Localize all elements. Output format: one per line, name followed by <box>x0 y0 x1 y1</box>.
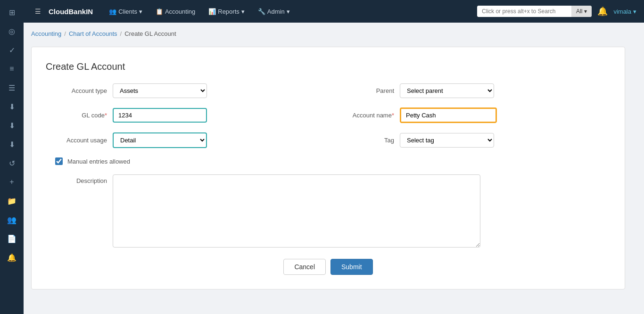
description-label: Description <box>46 174 107 184</box>
gl-code-group: GL code* <box>46 108 323 123</box>
user-menu[interactable]: vimala ▾ <box>613 8 636 15</box>
manual-entries-row: Manual entries allowed <box>46 157 611 165</box>
download-icon[interactable]: ⬇ <box>3 98 20 115</box>
nav-reports[interactable]: 📊 Reports ▾ <box>204 5 249 18</box>
submit-button[interactable]: Submit <box>330 259 373 275</box>
breadcrumb-sep-1: / <box>64 30 66 37</box>
nav-clients[interactable]: 👥 Clients ▾ <box>104 5 147 18</box>
nav-accounting[interactable]: 📋 Accounting <box>151 5 200 18</box>
tag-select[interactable]: Select tag <box>400 133 494 148</box>
account-usage-group: Account usage Detail Header <box>46 132 323 148</box>
account-name-group: Account name* <box>333 107 611 123</box>
account-name-required-star: * <box>392 112 394 119</box>
description-textarea[interactable] <box>113 174 480 248</box>
manual-entries-label: Manual entries allowed <box>67 158 130 165</box>
icon-sidebar: ⊞ ◎ ✓ ≡ ☰ ⬇ ⬇ ⬇ ↺ + 📁 👥 📄 🔔 <box>0 0 24 314</box>
button-row: Cancel Submit <box>46 259 611 275</box>
folder-icon[interactable]: 📁 <box>3 192 20 209</box>
plus-icon[interactable]: + <box>3 174 20 190</box>
reports-dropdown-icon: ▾ <box>241 8 245 15</box>
account-type-select[interactable]: Assets Liabilities Equity Income Expense <box>113 83 207 98</box>
search-box[interactable]: All ▾ <box>477 6 592 17</box>
refresh-icon[interactable]: ↺ <box>3 155 20 172</box>
parent-select[interactable]: Select parent <box>400 83 494 98</box>
navbar: ☰ CloudBankIN 👥 Clients ▾ 📋 Accounting 📊… <box>24 0 644 23</box>
list-icon[interactable]: ≡ <box>3 60 20 77</box>
account-usage-select[interactable]: Detail Header <box>113 132 207 148</box>
breadcrumb-sep-2: / <box>120 30 122 37</box>
lines-icon[interactable]: ☰ <box>3 79 20 96</box>
user-dropdown-icon: ▾ <box>633 8 636 15</box>
main-area: ☰ CloudBankIN 👥 Clients ▾ 📋 Accounting 📊… <box>24 0 644 314</box>
search-input[interactable] <box>477 6 571 17</box>
breadcrumb: Accounting / Chart of Accounts / Create … <box>31 30 636 37</box>
navbar-right: All ▾ 🔔 vimala ▾ <box>477 6 636 17</box>
account-type-group: Account type Assets Liabilities Equity I… <box>46 83 323 98</box>
form-row-1: Account type Assets Liabilities Equity I… <box>46 83 611 98</box>
breadcrumb-accounting[interactable]: Accounting <box>31 30 61 37</box>
clients-nav-icon: 👥 <box>109 8 116 15</box>
search-filter[interactable]: All ▾ <box>571 6 592 17</box>
gl-code-input[interactable] <box>113 108 207 123</box>
download3-icon[interactable]: ⬇ <box>3 136 20 153</box>
content-area: Accounting / Chart of Accounts / Create … <box>24 23 644 314</box>
account-name-label: Account name* <box>333 112 394 119</box>
bell-sidebar-icon[interactable]: 🔔 <box>3 249 20 266</box>
hamburger-icon[interactable]: ☰ <box>31 4 45 19</box>
notification-bell-icon[interactable]: 🔔 <box>597 6 608 17</box>
search-filter-chevron: ▾ <box>584 8 587 15</box>
accounting-nav-icon: 📋 <box>156 8 163 15</box>
admin-dropdown-icon: ▾ <box>287 8 290 15</box>
account-type-label: Account type <box>46 87 107 94</box>
cancel-button[interactable]: Cancel <box>283 259 326 275</box>
clients-dropdown-icon: ▾ <box>139 8 142 15</box>
download2-icon[interactable]: ⬇ <box>3 117 20 134</box>
manual-entries-checkbox[interactable] <box>55 157 63 165</box>
brand-logo: CloudBankIN <box>49 8 93 16</box>
account-name-input[interactable] <box>401 109 495 122</box>
form-row-2: GL code* Account name* <box>46 107 611 123</box>
gl-code-required-star: * <box>105 112 107 119</box>
admin-nav-icon: 🔧 <box>258 8 265 15</box>
tag-group: Tag Select tag <box>333 133 611 148</box>
form-card: Create GL Account Account type Assets Li… <box>31 47 625 289</box>
file-icon[interactable]: 📄 <box>3 230 20 247</box>
breadcrumb-chart-of-accounts[interactable]: Chart of Accounts <box>69 30 117 37</box>
gl-code-label: GL code* <box>46 112 107 119</box>
description-row: Description <box>46 174 611 248</box>
breadcrumb-current: Create GL Account <box>124 30 176 37</box>
page-title: Create GL Account <box>46 61 611 72</box>
grid-icon[interactable]: ⊞ <box>3 4 20 21</box>
target-icon[interactable]: ◎ <box>3 23 20 40</box>
check-icon[interactable]: ✓ <box>3 41 20 58</box>
tag-label: Tag <box>333 137 394 144</box>
account-usage-label: Account usage <box>46 137 107 144</box>
nav-admin[interactable]: 🔧 Admin ▾ <box>253 5 295 18</box>
parent-group: Parent Select parent <box>333 83 611 98</box>
users-icon[interactable]: 👥 <box>3 211 20 228</box>
form-row-3: Account usage Detail Header Tag Select t… <box>46 132 611 148</box>
reports-nav-icon: 📊 <box>208 8 216 15</box>
parent-label: Parent <box>333 87 394 94</box>
account-name-highlight-wrapper <box>400 107 497 123</box>
